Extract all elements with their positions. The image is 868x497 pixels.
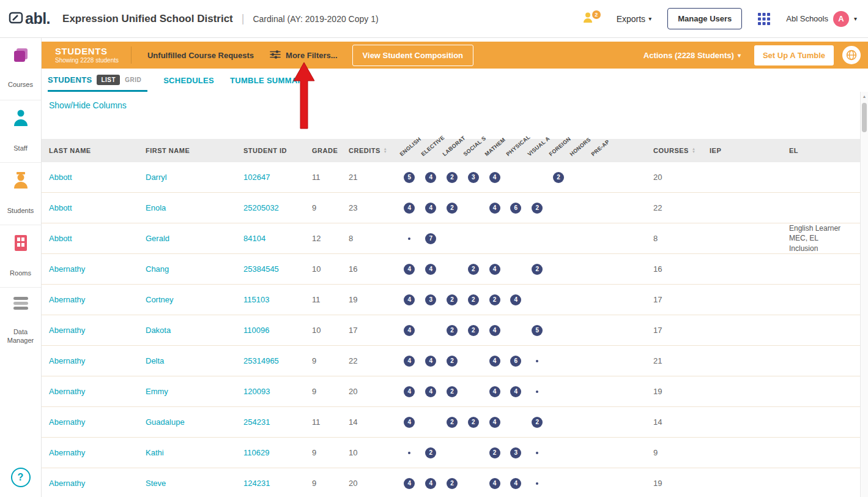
- tab-students[interactable]: STUDENTS LIST GRID: [48, 75, 147, 92]
- student-id-link[interactable]: 102647: [243, 173, 270, 182]
- student-last-name-link[interactable]: Abernathy: [49, 448, 85, 457]
- student-first-name-link[interactable]: Kathi: [146, 448, 164, 457]
- col-header-student-id[interactable]: STUDENT ID: [243, 147, 312, 154]
- actions-dropdown[interactable]: Actions (2228 Students) ▾: [644, 51, 741, 60]
- student-id-link[interactable]: 84104: [243, 234, 265, 243]
- user-notifications[interactable]: 2: [583, 12, 601, 26]
- student-id-link[interactable]: 120093: [243, 387, 270, 396]
- sidebar-item-data-manager[interactable]: Data Manager: [0, 288, 41, 349]
- col-header-first-name[interactable]: FIRST NAME: [146, 147, 243, 154]
- show-hide-columns-link[interactable]: Show/Hide Columns: [49, 100, 127, 110]
- subject-cell: 4: [484, 203, 505, 214]
- globe-help-button[interactable]: [842, 46, 861, 64]
- grade-value: 11: [312, 295, 349, 304]
- app-grid-icon[interactable]: [758, 13, 770, 25]
- sort-icon[interactable]: ▲▼: [384, 148, 387, 154]
- set-up-tumble-button[interactable]: Set Up A Tumble: [754, 45, 834, 65]
- col-header-credits[interactable]: CREDITS ▲▼: [349, 147, 399, 154]
- exports-dropdown[interactable]: Exports ▾: [617, 14, 652, 24]
- subject-credit-badge: 2: [532, 264, 543, 275]
- student-first-name-link[interactable]: Guadalupe: [146, 417, 185, 427]
- col-header-grade[interactable]: GRADE: [312, 147, 349, 154]
- subject-cell: [527, 356, 548, 367]
- grid-view-toggle[interactable]: GRID: [125, 77, 141, 83]
- credit-dot-icon: [536, 360, 538, 362]
- subject-cell: [527, 233, 548, 244]
- student-id-link[interactable]: 110629: [243, 448, 269, 457]
- subject-cell: [505, 233, 527, 244]
- view-student-composition-button[interactable]: View Student Composition: [352, 45, 473, 66]
- student-id-link[interactable]: 124231: [243, 479, 270, 488]
- subject-credit-badge: 2: [447, 417, 458, 428]
- subject-cell: 7: [420, 233, 442, 244]
- scrollbar-up-icon[interactable]: ▲: [861, 94, 868, 99]
- unfulfilled-requests-filter[interactable]: Unfulfilled Course Requests: [147, 51, 254, 60]
- student-first-name-link[interactable]: Dakota: [146, 326, 171, 335]
- col-header-last-name[interactable]: LAST NAME: [49, 147, 146, 154]
- student-id-link[interactable]: 25384545: [243, 264, 279, 274]
- col-header-el[interactable]: EL: [789, 147, 868, 154]
- student-last-name-link[interactable]: Abernathy: [49, 356, 85, 365]
- subject-credit-badge: 4: [489, 386, 500, 397]
- student-last-name-link[interactable]: Abernathy: [49, 295, 85, 304]
- student-first-name-link[interactable]: Delta: [146, 356, 164, 365]
- student-id-link[interactable]: 110096: [243, 326, 269, 335]
- subject-credit-badge: 4: [425, 203, 436, 214]
- tab-schedules[interactable]: SCHEDULES: [163, 76, 214, 92]
- student-id-link[interactable]: 25205032: [243, 203, 279, 212]
- student-first-name-link[interactable]: Chang: [146, 264, 169, 274]
- student-last-name-link[interactable]: Abernathy: [49, 326, 85, 335]
- student-first-name-link[interactable]: Gerald: [146, 234, 169, 243]
- col-header-courses[interactable]: COURSES ▲▼: [612, 147, 710, 154]
- subject-cell: [505, 264, 527, 275]
- grade-value: 10: [312, 326, 349, 335]
- scrollbar-thumb[interactable]: [862, 103, 867, 132]
- subject-cell: [462, 447, 484, 458]
- more-filters-button[interactable]: More Filters...: [270, 50, 338, 61]
- help-button[interactable]: ?: [11, 468, 31, 487]
- subject-column-header: VISUAL A: [527, 139, 548, 162]
- vertical-scrollbar[interactable]: ▲: [860, 92, 868, 497]
- subject-cell: [462, 356, 484, 367]
- student-first-name-link[interactable]: Emmy: [146, 387, 168, 396]
- subject-cell: [527, 294, 548, 305]
- student-first-name-link[interactable]: Darryl: [146, 173, 167, 182]
- sidebar-item-staff[interactable]: Staff: [0, 100, 41, 163]
- list-view-toggle[interactable]: LIST: [97, 75, 120, 85]
- student-last-name-link[interactable]: Abernathy: [49, 264, 85, 274]
- student-last-name-link[interactable]: Abbott: [49, 234, 72, 243]
- courses-value: 21: [612, 356, 710, 365]
- subject-cell: 4: [505, 478, 527, 489]
- student-last-name-link[interactable]: Abbott: [49, 203, 72, 212]
- student-id-link[interactable]: 25314965: [243, 356, 279, 365]
- student-first-name-link[interactable]: Cortney: [146, 295, 174, 304]
- subject-credit-badge: 2: [489, 294, 500, 305]
- abl-logo[interactable]: abl.: [9, 10, 50, 28]
- subject-cell: 4: [399, 417, 420, 428]
- subject-credit-badge: 2: [468, 264, 479, 275]
- subject-cell: 2: [484, 447, 505, 458]
- subject-cell: 3: [462, 172, 484, 183]
- table-row: AbbottEnola2520503292344246222: [42, 193, 868, 223]
- manage-users-button[interactable]: Manage Users: [667, 8, 742, 29]
- student-first-name-link[interactable]: Steve: [146, 479, 166, 488]
- student-last-name-link[interactable]: Abernathy: [49, 417, 85, 427]
- student-last-name-link[interactable]: Abernathy: [49, 479, 85, 488]
- student-first-name-link[interactable]: Enola: [146, 203, 166, 212]
- sidebar-item-courses[interactable]: Courses: [0, 38, 41, 100]
- subject-column-header: FOREIGN: [548, 139, 569, 162]
- courses-value: 20: [612, 173, 710, 182]
- sidebar-item-students[interactable]: Students: [0, 163, 41, 225]
- courses-value: 22: [612, 203, 710, 212]
- student-last-name-link[interactable]: Abbott: [49, 173, 72, 182]
- col-header-iep[interactable]: IEP: [710, 147, 789, 154]
- subject-cell: 4: [399, 478, 420, 489]
- student-id-link[interactable]: 115103: [243, 295, 269, 304]
- sidebar-item-rooms[interactable]: Rooms: [0, 225, 41, 288]
- student-last-name-link[interactable]: Abernathy: [49, 387, 85, 396]
- sort-icon[interactable]: ▲▼: [692, 148, 696, 154]
- tab-tumble-summary[interactable]: TUMBLE SUMMARY: [230, 76, 309, 92]
- account-menu[interactable]: Abl Schools A ▾: [786, 11, 857, 27]
- student-id-link[interactable]: 254231: [243, 417, 270, 427]
- credit-dot-icon: [536, 390, 538, 393]
